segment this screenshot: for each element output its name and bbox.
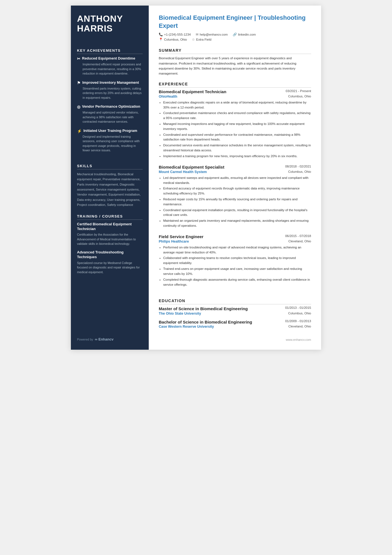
bullet-item: Documented service events and maintenanc… <box>163 143 311 153</box>
achievement-item: ⚑ Improved Inventory Management Streamli… <box>77 80 143 100</box>
summary-section-title: SUMMARY <box>159 48 311 54</box>
exp-job-title: Biomedical Equipment Specialist <box>159 165 224 169</box>
location-icon: 📍 <box>159 38 163 41</box>
training-section-title: TRAINING / COURSES <box>77 214 143 220</box>
edu-location: Columbus, Ohio <box>288 312 311 315</box>
achievement-item: ✂ Reduced Equipment Downtime Implemented… <box>77 56 143 76</box>
exp-sub: Mount Carmel Health System Columbus, Ohi… <box>159 170 311 174</box>
exp-header: Field Service Engineer 06/2015 - 07/2018 <box>159 234 311 239</box>
skills-section-title: SKILLS <box>77 164 143 169</box>
lightning-icon: ⚡ <box>77 129 82 133</box>
contact-row: 📞 +1-(234)-555-1234 ✉ help@enhancv.com 🔗… <box>159 33 311 36</box>
exp-job-title: Biomedical Equipment Technician <box>159 89 226 94</box>
target-icon: ◎ <box>77 105 80 109</box>
exp-date: 06/2015 - 07/2018 <box>285 234 311 238</box>
bullet-item: Performed on-site troubleshooting and re… <box>163 245 311 255</box>
bullet-item: Led department sweeps and equipment audi… <box>163 176 311 186</box>
edu-sub: Case Western Reserve University Clevelan… <box>159 325 311 329</box>
main-footer: www.enhancv.com <box>159 332 311 341</box>
phone-contact: 📞 +1-(234)-555-1234 <box>159 33 191 36</box>
bullet-item: Collaborated with engineering teams to r… <box>163 256 311 266</box>
bullet-item: Trained end-users on proper equipment us… <box>163 267 311 277</box>
job-title: Biomedical Equipment Engineer | Troubles… <box>159 14 311 30</box>
achievement-desc: Managed and optimized vendor relations, … <box>83 110 143 124</box>
experience-entry: Field Service Engineer 06/2015 - 07/2018… <box>159 234 311 288</box>
achievement-item: ⚡ Initiated User Training Program Design… <box>77 129 143 153</box>
edu-header: Master of Science in Biomedical Engineer… <box>159 306 311 312</box>
bullet-item: Coordinated special equipment installati… <box>163 208 311 218</box>
main-header: Biomedical Equipment Engineer | Troubles… <box>159 14 311 43</box>
achievements-list: ✂ Reduced Equipment Downtime Implemented… <box>77 56 143 157</box>
training-item: Advanced Troubleshooting Techniques Spec… <box>77 250 143 274</box>
experience-entry: Biomedical Equipment Specialist 08/2018 … <box>159 165 311 229</box>
phone-icon: 📞 <box>159 33 163 36</box>
edu-date: 01/2013 - 01/2015 <box>285 306 311 309</box>
training-list: Certified Biomedical Equipment Technicia… <box>77 222 143 278</box>
contact-row-2: 📍 Columbus, Ohio ☆ Extra Field <box>159 38 311 41</box>
edu-location: Cleveland, Ohio <box>288 325 311 329</box>
exp-sub: Philips Healthcare Cleveland, Ohio <box>159 240 311 243</box>
bullet-item: Managed incoming inspections and tagging… <box>163 122 311 132</box>
extra-contact: ☆ Extra Field <box>192 38 211 41</box>
education-entry: Bachelor of Science in Biomedical Engine… <box>159 319 311 329</box>
edu-school: The Ohio State University <box>159 312 201 315</box>
education-entry: Master of Science in Biomedical Engineer… <box>159 306 311 315</box>
exp-header: Biomedical Equipment Technician 03/2021 … <box>159 89 311 94</box>
sidebar-footer: Powered by ∞ Enhancv <box>77 329 143 341</box>
training-desc: Specialized course by Medisend College f… <box>77 261 143 275</box>
experience-entry: Biomedical Equipment Technician 03/2021 … <box>159 89 311 160</box>
achievement-title: ✂ Reduced Equipment Downtime <box>77 56 143 61</box>
summary-text: Biomedical Equipment Engineer with over … <box>159 56 311 76</box>
exp-date: 08/2018 - 02/2021 <box>285 165 311 168</box>
edu-header: Bachelor of Science in Biomedical Engine… <box>159 319 311 325</box>
edu-degree: Master of Science in Biomedical Engineer… <box>159 306 248 312</box>
exp-location: Cleveland, Ohio <box>288 240 311 243</box>
training-title: Advanced Troubleshooting Techniques <box>77 250 143 260</box>
bullet-item: Completed thorough diagnostic assessment… <box>163 277 311 287</box>
resume-container: ANTHONY HARRIS KEY ACHIEVEMENTS ✂ Reduce… <box>71 6 321 350</box>
skills-text: Mechanical troubleshooting, Biomedical e… <box>77 172 143 208</box>
bullet-item: Implemented a training program for new h… <box>163 154 311 159</box>
bullet-item: Conducted preventative maintenance check… <box>163 111 311 121</box>
exp-sub: OhioHealth Columbus, Ohio <box>159 95 311 98</box>
training-desc: Certification by the Association for the… <box>77 232 143 246</box>
bullet-item: Coordinated and supervised vendor perfor… <box>163 132 311 142</box>
exp-location: Columbus, Ohio <box>288 95 311 98</box>
achievement-title: ⚑ Improved Inventory Management <box>77 80 143 85</box>
bullet-item: Executed complex diagnostic repairs on a… <box>163 100 311 110</box>
exp-date: 03/2021 - Present <box>286 89 311 93</box>
email-icon: ✉ <box>196 33 199 36</box>
education-section-title: EDUCATION <box>159 299 311 304</box>
candidate-name: ANTHONY HARRIS <box>77 14 143 33</box>
training-title: Certified Biomedical Equipment Technicia… <box>77 222 143 231</box>
achievement-title: ⚡ Initiated User Training Program <box>77 129 143 133</box>
linkedin-icon: 🔗 <box>233 33 237 36</box>
bullet-item: Reduced repair costs by 15% annually by … <box>163 197 311 207</box>
exp-company: Philips Healthcare <box>159 240 189 243</box>
edu-school: Case Western Reserve University <box>159 325 214 329</box>
linkedin-contact: 🔗 linkedin.com <box>233 33 256 36</box>
exp-bullets: Led department sweeps and equipment audi… <box>159 176 311 228</box>
edu-degree: Bachelor of Science in Biomedical Engine… <box>159 319 252 325</box>
exp-company: Mount Carmel Health System <box>159 170 207 174</box>
email-contact: ✉ help@enhancv.com <box>196 33 228 36</box>
experience-section-title: EXPERIENCE <box>159 82 311 88</box>
achievement-desc: Implemented efficient repair processes a… <box>83 62 143 76</box>
location-contact: 📍 Columbus, Ohio <box>159 38 187 41</box>
edu-date: 01/2009 - 01/2013 <box>285 319 311 323</box>
achievement-item: ◎ Vendor Performance Optimization Manage… <box>77 104 143 124</box>
star-icon: ☆ <box>192 38 195 41</box>
main-content: Biomedical Equipment Engineer | Troubles… <box>149 6 321 350</box>
flag-icon: ⚑ <box>77 81 81 85</box>
achievements-section-title: KEY ACHIEVEMENTS <box>77 48 143 54</box>
exp-job-title: Field Service Engineer <box>159 234 204 239</box>
website-text: www.enhancv.com <box>286 338 311 341</box>
enhancv-logo: ∞ Enhancv <box>95 337 113 341</box>
exp-bullets: Performed on-site troubleshooting and re… <box>159 245 311 287</box>
achievement-desc: Streamlined parts inventory system, cutt… <box>83 86 143 100</box>
achievement-desc: Designed and implemented training sessio… <box>83 134 143 153</box>
training-item: Certified Biomedical Equipment Technicia… <box>77 222 143 246</box>
bullet-item: Maintained an organized parts inventory … <box>163 218 311 228</box>
exp-bullets: Executed complex diagnostic repairs on a… <box>159 100 311 159</box>
edu-sub: The Ohio State University Columbus, Ohio <box>159 312 311 315</box>
